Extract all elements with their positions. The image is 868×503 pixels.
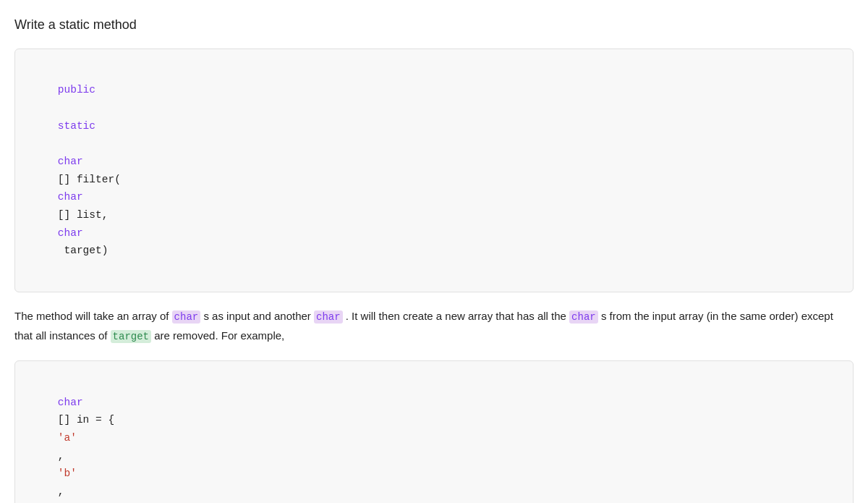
highlight-target: target: [111, 330, 151, 343]
desc-part2: s as input and another: [203, 310, 314, 322]
keyword-char-param2: char: [58, 227, 83, 239]
desc-part3: . It will then create a new array that h…: [346, 310, 569, 322]
highlight-char-1: char: [172, 310, 201, 324]
keyword-static: static: [58, 120, 95, 132]
signature-code-block: public static char [] filter( char [] li…: [14, 48, 854, 293]
highlight-char-2: char: [314, 310, 343, 324]
keyword-char-param1: char: [58, 191, 83, 203]
signature-line: public static char [] filter( char [] li…: [33, 64, 835, 278]
keyword-public: public: [58, 84, 95, 96]
page-title: Write a static method: [14, 14, 854, 35]
desc-part1: The method will take an array of: [14, 310, 172, 322]
example-code-block: char [] in = { 'a' , 'b' , 'a' 'c' , 'd'…: [14, 360, 854, 503]
desc-part5: are removed. For example,: [154, 329, 284, 342]
highlight-char-3: char: [569, 310, 598, 324]
keyword-char-return: char: [58, 156, 83, 167]
example-line-1: char [] in = { 'a' , 'b' , 'a' 'c' , 'd'…: [33, 376, 835, 503]
description-paragraph: The method will take an array of char s …: [14, 307, 854, 346]
